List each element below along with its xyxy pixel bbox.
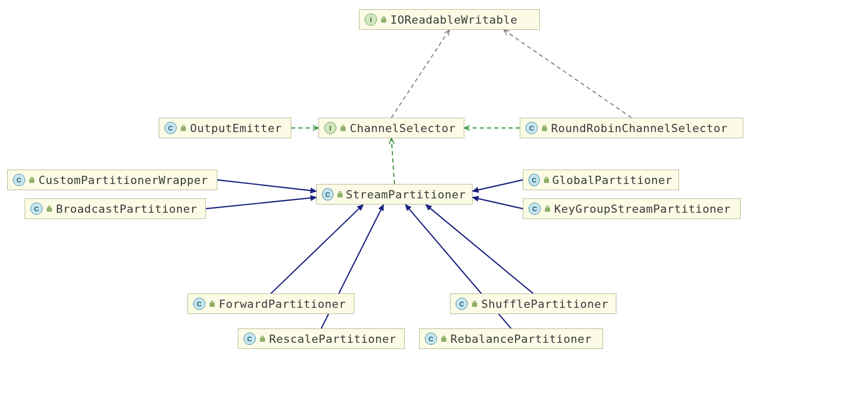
lock-icon [543, 176, 550, 183]
node-roundRobinChannelSelector[interactable]: CRoundRobinChannelSelector [520, 118, 743, 138]
edge-keyGroupStreamPartitioner-to-streamPartitioner [473, 197, 523, 209]
node-rescalePartitioner[interactable]: CRescalePartitioner [238, 328, 405, 349]
class-icon: C [243, 333, 256, 345]
lock-icon [46, 205, 53, 212]
edge-roundRobinChannelSelector-to-ioReadableWritable [504, 30, 632, 118]
interface-icon: I [324, 122, 336, 134]
node-channelSelector[interactable]: IChannelSelector [318, 118, 464, 138]
node-label: IOReadableWritable [390, 13, 517, 26]
edge-channelSelector-to-ioReadableWritable [391, 30, 449, 118]
edge-forwardPartitioner-to-streamPartitioner [271, 205, 364, 293]
edge-streamPartitioner-to-channelSelector [391, 138, 394, 184]
edge-customPartitionerWrapper-to-streamPartitioner [217, 180, 316, 191]
node-label: OutputEmitter [190, 122, 282, 135]
node-label: RoundRobinChannelSelector [551, 122, 728, 135]
node-shufflePartitioner[interactable]: CShufflePartitioner [450, 293, 616, 314]
lock-icon [544, 205, 551, 212]
class-icon: C [164, 122, 177, 134]
edge-shufflePartitioner-to-streamPartitioner [426, 205, 533, 293]
lock-icon [541, 124, 548, 132]
node-outputEmitter[interactable]: COutputEmitter [159, 118, 291, 138]
class-icon: C [193, 298, 205, 310]
lock-icon [336, 191, 343, 198]
node-ioReadableWritable[interactable]: IIOReadableWritable [359, 9, 540, 30]
node-label: StreamPartitioner [346, 188, 466, 201]
class-icon: C [425, 333, 437, 345]
class-icon: C [529, 202, 541, 215]
class-icon: C [529, 174, 540, 186]
class-icon: C [525, 122, 538, 134]
node-streamPartitioner[interactable]: CStreamPartitioner [316, 184, 473, 205]
interface-icon: I [365, 13, 377, 26]
node-label: CustomPartitionerWrapper [39, 174, 208, 187]
class-icon: C [13, 174, 25, 186]
node-globalPartitioner[interactable]: CGlobalPartitioner [523, 170, 679, 190]
node-forwardPartitioner[interactable]: CForwardPartitioner [187, 293, 354, 314]
lock-icon [471, 300, 478, 307]
node-label: ForwardPartitioner [219, 298, 346, 310]
node-label: BroadcastPartitioner [56, 202, 197, 215]
lock-icon [180, 124, 187, 132]
node-label: ShufflePartitioner [481, 298, 608, 310]
class-icon: C [456, 298, 468, 310]
node-label: KeyGroupStreamPartitioner [554, 202, 731, 215]
lock-icon [440, 335, 447, 342]
node-broadcastPartitioner[interactable]: CBroadcastPartitioner [25, 198, 206, 219]
edge-broadcastPartitioner-to-streamPartitioner [206, 197, 316, 209]
lock-icon [339, 124, 347, 132]
class-icon: C [322, 188, 333, 200]
node-customPartitionerWrapper[interactable]: CCustomPartitionerWrapper [7, 170, 217, 190]
lock-icon [380, 16, 387, 23]
lock-icon [28, 176, 35, 183]
node-label: GlobalPartitioner [552, 174, 672, 187]
edge-globalPartitioner-to-streamPartitioner [473, 180, 523, 191]
class-icon: C [30, 202, 43, 215]
node-label: RescalePartitioner [269, 333, 396, 345]
node-keyGroupStreamPartitioner[interactable]: CKeyGroupStreamPartitioner [523, 198, 741, 219]
lock-icon [259, 335, 266, 342]
lock-icon [209, 300, 216, 307]
node-rebalancePartitioner[interactable]: CRebalancePartitioner [419, 328, 603, 349]
node-label: RebalancePartitioner [450, 333, 592, 345]
node-label: ChannelSelector [350, 122, 456, 135]
